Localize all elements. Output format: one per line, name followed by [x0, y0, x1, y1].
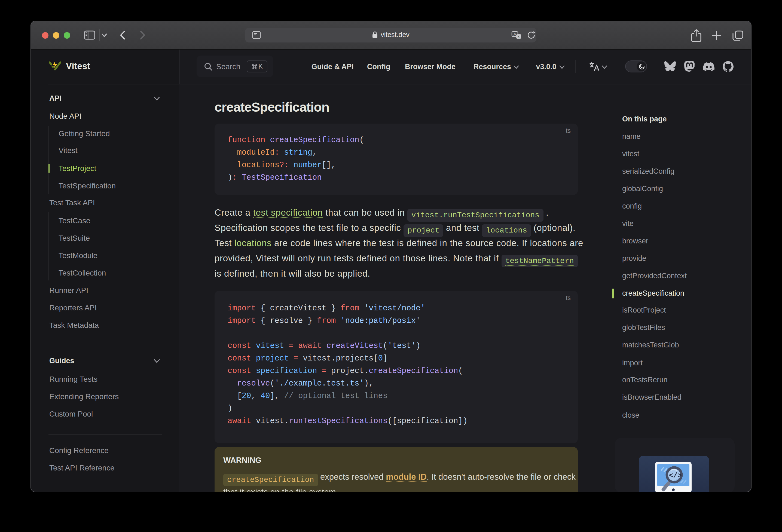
svg-text:x: x — [518, 34, 520, 38]
svg-text:A: A — [513, 32, 516, 36]
svg-text:</>: </> — [669, 471, 681, 480]
